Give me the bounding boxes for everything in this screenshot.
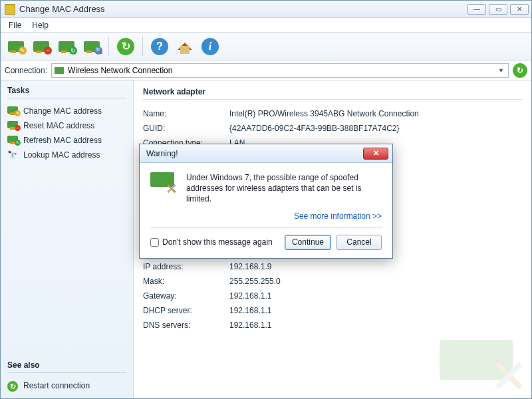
window-buttons: — ▭ ✕ bbox=[467, 4, 529, 15]
menu-help[interactable]: Help bbox=[27, 19, 54, 31]
prop-row: Name:Intel(R) PRO/Wireless 3945ABG Netwo… bbox=[143, 106, 522, 121]
dialog-titlebar: Warning! ✕ bbox=[140, 144, 392, 163]
prop-label: DNS servers: bbox=[143, 321, 229, 330]
titlebar: Change MAC Address — ▭ ✕ bbox=[1, 1, 531, 18]
prop-value: 192.168.1.9 bbox=[229, 262, 522, 271]
connection-dropdown[interactable]: Wireless Network Connection ▼ bbox=[51, 63, 509, 78]
prop-value: 192.168.1.1 bbox=[229, 306, 522, 315]
toolbar-lookup-mac[interactable]: 🔍 bbox=[80, 35, 103, 58]
cancel-button[interactable]: Cancel bbox=[336, 235, 382, 250]
window-title: Change MAC Address bbox=[19, 4, 467, 14]
continue-button[interactable]: Continue bbox=[285, 235, 331, 250]
chevron-down-icon: ▼ bbox=[498, 67, 504, 74]
menubar: File Help bbox=[1, 18, 531, 33]
minimize-button[interactable]: — bbox=[467, 4, 486, 15]
section-header: Network adapter bbox=[143, 87, 522, 100]
task-label: Change MAC address bbox=[23, 106, 102, 116]
watermark-icon bbox=[436, 336, 529, 396]
connection-icon bbox=[55, 67, 64, 74]
see-also-restart[interactable]: ↻ Restart connection bbox=[7, 378, 126, 393]
task-lookup-mac[interactable]: 🔭 Lookup MAC address bbox=[7, 148, 126, 162]
task-label: Refresh MAC address bbox=[23, 136, 102, 145]
connection-label: Connection: bbox=[5, 66, 47, 75]
dialog-body: Under Windows 7, the possible range of s… bbox=[140, 163, 392, 258]
prop-row: DNS servers:192.168.1.1 bbox=[143, 318, 522, 332]
toolbar-about[interactable]: i bbox=[199, 35, 221, 58]
task-label: Reset MAC address bbox=[23, 121, 94, 130]
prop-row: Mask:255.255.255.0 bbox=[143, 274, 522, 289]
prop-label: GUID: bbox=[143, 124, 229, 133]
prop-value: 192.168.1.1 bbox=[229, 291, 522, 301]
connection-refresh-button[interactable]: ↻ bbox=[513, 63, 527, 78]
connection-bar: Connection: Wireless Network Connection … bbox=[1, 61, 531, 80]
toolbar-help[interactable]: ? bbox=[148, 35, 171, 58]
prop-label: IP address: bbox=[143, 262, 229, 271]
task-reset-mac[interactable]: − Reset MAC address bbox=[7, 118, 126, 133]
warning-dialog: Warning! ✕ Under Windows 7, the possible… bbox=[139, 144, 393, 259]
dialog-title: Warning! bbox=[144, 149, 363, 158]
sidebar: Tasks ✎ Change MAC address − Reset MAC a… bbox=[1, 80, 134, 398]
see-also-header: See also bbox=[7, 360, 126, 373]
dialog-more-link[interactable]: See more information >> bbox=[294, 211, 382, 221]
toolbar-change-mac[interactable]: ✎ bbox=[5, 35, 27, 58]
prop-row: IP address:192.168.1.9 bbox=[143, 259, 522, 274]
dialog-close-button[interactable]: ✕ bbox=[363, 148, 388, 160]
prop-value: Intel(R) PRO/Wireless 3945ABG Network Co… bbox=[229, 109, 522, 118]
dont-show-text: Don't show this message again bbox=[162, 237, 273, 247]
toolbar-reset-mac[interactable]: − bbox=[30, 35, 53, 58]
prop-row: DHCP server:192.168.1.1 bbox=[143, 303, 522, 318]
menu-file[interactable]: File bbox=[3, 19, 27, 31]
connection-value: Wireless Network Connection bbox=[68, 66, 172, 75]
task-refresh-mac[interactable]: ↻ Refresh MAC address bbox=[7, 133, 126, 148]
tasks-header: Tasks bbox=[7, 86, 126, 98]
dont-show-checkbox-label[interactable]: Don't show this message again bbox=[150, 237, 279, 247]
prop-value: {42AA7DD6-09C2-4FA3-99BB-388BF17A74C2} bbox=[229, 124, 522, 133]
prop-row: GUID:{42AA7DD6-09C2-4FA3-99BB-388BF17A74… bbox=[143, 121, 522, 136]
prop-label: DHCP server: bbox=[143, 306, 229, 315]
prop-row: Gateway:192.168.1.1 bbox=[143, 289, 522, 303]
task-change-mac[interactable]: ✎ Change MAC address bbox=[7, 104, 126, 118]
dialog-footer: Don't show this message again Continue C… bbox=[150, 227, 382, 250]
prop-value: 255.255.255.0 bbox=[229, 277, 522, 286]
toolbar-refresh-mac[interactable]: ↻ bbox=[55, 35, 78, 58]
prop-value: 192.168.1.1 bbox=[229, 321, 522, 330]
prop-label: Mask: bbox=[143, 277, 229, 286]
prop-label: Gateway: bbox=[143, 291, 229, 301]
toolbar-separator bbox=[108, 37, 109, 57]
binoculars-icon: 🔭 bbox=[7, 150, 19, 160]
refresh-icon: ↻ bbox=[7, 381, 19, 390]
prop-label: Name: bbox=[143, 109, 229, 118]
dont-show-checkbox[interactable] bbox=[150, 238, 159, 247]
maximize-button[interactable]: ▭ bbox=[489, 4, 507, 15]
toolbar-separator bbox=[142, 37, 143, 57]
app-icon bbox=[5, 4, 15, 15]
toolbar-refresh[interactable]: ↻ bbox=[114, 35, 137, 58]
dialog-message: Under Windows 7, the possible range of s… bbox=[186, 172, 382, 205]
task-label: Lookup MAC address bbox=[23, 150, 100, 160]
see-also-label: Restart connection bbox=[23, 381, 90, 390]
toolbar-home[interactable] bbox=[174, 35, 196, 58]
toolbar: ✎ − ↻ 🔍 ↻ ? i bbox=[1, 33, 531, 61]
close-button[interactable]: ✕ bbox=[510, 4, 529, 15]
dialog-icon bbox=[150, 172, 177, 194]
